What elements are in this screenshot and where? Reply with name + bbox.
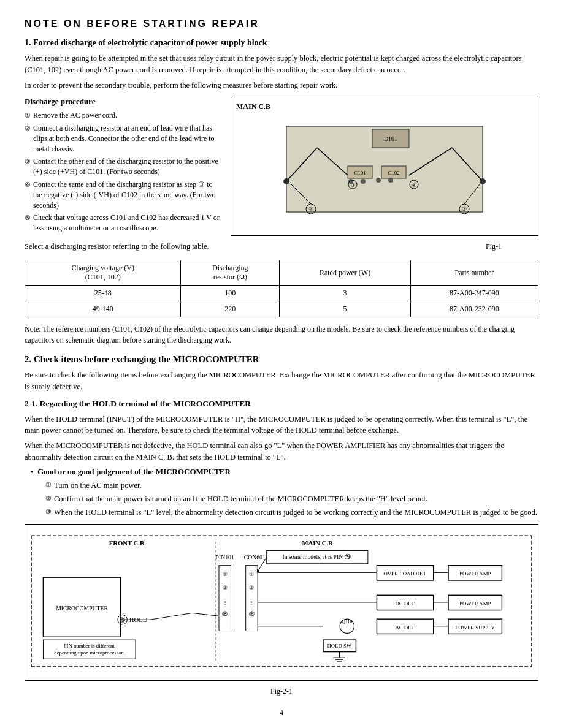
good-step-num-2: ②	[45, 494, 52, 504]
svg-text:C102: C102	[388, 170, 400, 176]
svg-point-12	[283, 178, 289, 184]
svg-text:MICROCOMPUTER: MICROCOMPUTER	[56, 604, 108, 611]
cell-resistor-1: 100	[181, 286, 280, 301]
step-text-5: Check that voltage across C101 and C102 …	[33, 213, 221, 233]
step-text-1: Remove the AC power cord.	[33, 110, 117, 121]
discharge-table: Charging voltage (V)(C101, 102) Discharg…	[25, 260, 538, 317]
cell-voltage-2: 49-140	[25, 301, 181, 317]
step-text-3: Contact the other end of the discharging…	[33, 156, 221, 177]
section21: 2-1. Regarding the HOLD terminal of the …	[25, 399, 538, 518]
svg-text:OVER LOAD DET: OVER LOAD DET	[383, 571, 426, 577]
discharge-step-3: ③ Contact the other end of the dischargi…	[25, 156, 221, 177]
main-cb-diagram-box: MAIN C.B D101 C101 C102	[231, 97, 538, 236]
svg-text:POWER AMP: POWER AMP	[459, 571, 491, 577]
svg-point-9	[376, 178, 381, 183]
table-header-4: Parts number	[410, 260, 538, 286]
good-step-num-1: ①	[45, 480, 52, 491]
bullet-row: • Good or no good judgement of the MICRO…	[31, 467, 538, 477]
bullet-icon: •	[31, 468, 34, 477]
table-row-2: 49-140 220 5 87-A00-232-090	[25, 301, 538, 317]
pcb-diagram-svg: D101 C101 C102	[236, 114, 533, 221]
discharge-step-5: ⑤ Check that voltage across C101 and C10…	[25, 213, 221, 233]
svg-text:D101: D101	[384, 135, 397, 142]
cell-parts-2: 87-A00-232-090	[410, 301, 538, 317]
svg-text:POWER SUPPLY: POWER SUPPLY	[456, 624, 496, 631]
good-step-1: ① Turn on the AC main power.	[45, 480, 538, 491]
select-line: Select a discharging resistor referring …	[25, 242, 209, 251]
svg-text:AC DET: AC DET	[395, 624, 415, 631]
good-step-text-1: Turn on the AC main power.	[54, 480, 142, 491]
table-header-2: Dischargingresistor (Ω)	[181, 260, 280, 286]
svg-text:⑱: ⑱	[249, 611, 255, 617]
svg-text:⑱: ⑱	[222, 611, 228, 617]
cell-parts-1: 87-A00-247-090	[410, 286, 538, 301]
svg-text:MAIN C.B: MAIN C.B	[302, 539, 332, 547]
section1-body1: When repair is going to be attempted in …	[25, 53, 538, 76]
svg-text:HOLD SW: HOLD SW	[327, 643, 351, 649]
discharge-step-1: ① Remove the AC power cord.	[25, 110, 221, 121]
svg-text:②: ②	[223, 584, 228, 590]
svg-text:DC DET: DC DET	[395, 601, 415, 607]
circuit-diagram-box: FRONT C.B MAIN C.B MICROCOMPUTER HOLD ⑲ …	[25, 524, 538, 681]
step-num-3: ③	[25, 157, 31, 177]
good-step-text-2: Confirm that the main power is turned on…	[54, 493, 427, 504]
good-step-text-3: When the HOLD terminal is "L" level, the…	[54, 507, 537, 518]
svg-text:PIN101: PIN101	[216, 554, 234, 561]
fig1-label: Fig-1	[486, 242, 502, 251]
section21-para1: When the HOLD terminal (INPUT) of the MI…	[25, 414, 538, 437]
fig21-label: Fig-2-1	[25, 687, 538, 696]
section2-body: Be sure to check the following items bef…	[25, 370, 538, 393]
discharge-area: Discharge procedure ① Remove the AC powe…	[25, 97, 538, 236]
svg-text:PIN number is different: PIN number is different	[64, 643, 115, 649]
cell-resistor-2: 220	[181, 301, 280, 317]
section2-heading: 2. Check items before exchanging the MIC…	[25, 354, 538, 365]
svg-text:⋮: ⋮	[223, 600, 228, 605]
step-num-5: ⑤	[25, 213, 31, 233]
section1: 1. Forced discharge of electrolytic capa…	[25, 38, 538, 346]
svg-text:depending upon microprocessor.: depending upon microprocessor.	[54, 650, 124, 656]
svg-text:④: ④	[412, 183, 416, 188]
section2: 2. Check items before exchanging the MIC…	[25, 354, 538, 696]
svg-text:POWER AMP: POWER AMP	[459, 601, 491, 607]
svg-line-78	[150, 613, 192, 620]
bullet-heading: Good or no good judgement of the MICROCO…	[37, 467, 231, 477]
svg-point-10	[388, 178, 393, 183]
table-header-3: Rated power (W)	[280, 260, 411, 286]
svg-text:In some models, it is PIN ⑲.: In some models, it is PIN ⑲.	[283, 553, 353, 560]
discharge-left: Discharge procedure ① Remove the AC powe…	[25, 97, 221, 236]
step-num-1: ①	[25, 111, 31, 121]
svg-text:Q110: Q110	[342, 619, 352, 624]
section1-note: Note: The reference numbers (C101, C102)…	[25, 324, 538, 346]
svg-text:③: ③	[351, 183, 355, 188]
cell-power-2: 5	[280, 301, 411, 317]
svg-point-15	[480, 178, 486, 184]
select-fig-row: Select a discharging resistor referring …	[25, 242, 538, 254]
svg-text:C101: C101	[354, 170, 366, 176]
step-num-4: ④	[25, 180, 31, 210]
svg-text:⑲: ⑲	[120, 617, 125, 623]
good-step-3: ③ When the HOLD terminal is "L" level, t…	[45, 507, 538, 518]
discharge-procedure-title: Discharge procedure	[25, 97, 221, 107]
cell-voltage-1: 25-48	[25, 286, 181, 301]
good-step-num-3: ③	[45, 507, 52, 518]
good-step-2: ② Confirm that the main power is turned …	[45, 493, 538, 504]
table-header-1: Charging voltage (V)(C101, 102)	[25, 260, 181, 286]
table-row-1: 25-48 100 3 87-A00-247-090	[25, 286, 538, 301]
svg-text:②: ②	[462, 206, 467, 212]
discharge-step-4: ④ Contact the same end of the dischargin…	[25, 180, 221, 210]
svg-text:②: ②	[249, 584, 254, 590]
svg-text:FRONT C.B: FRONT C.B	[109, 539, 144, 547]
discharge-step-2: ② Connect a discharging resistor at an e…	[25, 123, 221, 154]
svg-line-79	[192, 613, 219, 616]
section21-para2: When the MICROCOMPUTER is not defective,…	[25, 440, 538, 463]
step-text-4: Contact the same end of the discharging …	[33, 180, 221, 210]
svg-text:②: ②	[308, 206, 313, 212]
circuit-diagram-svg: FRONT C.B MAIN C.B MICROCOMPUTER HOLD ⑲ …	[31, 531, 532, 672]
svg-point-8	[361, 179, 366, 184]
good-bad-steps: ① Turn on the AC main power. ② Confirm t…	[39, 480, 538, 518]
discharge-steps: ① Remove the AC power cord. ② Connect a …	[25, 110, 221, 233]
svg-text:①: ①	[223, 571, 228, 577]
page-number: 4	[25, 708, 538, 718]
step-num-2: ②	[25, 124, 31, 154]
svg-text:①: ①	[249, 571, 254, 577]
